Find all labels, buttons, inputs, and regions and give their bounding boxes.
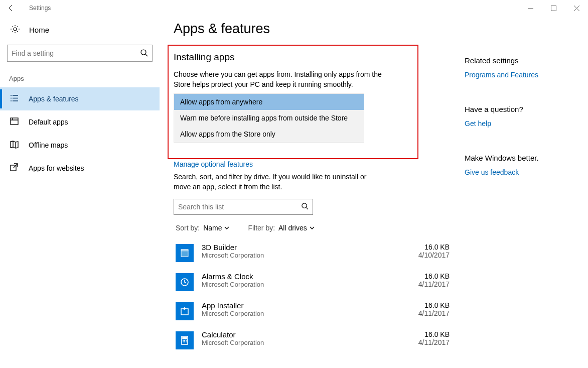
sidebar-item-label: Apps & features [29,95,79,103]
app-icon [176,273,194,291]
app-icon [176,331,194,349]
app-list-search-input[interactable] [178,203,301,211]
sidebar-section-apps: Apps [0,73,160,87]
window-title: Settings [29,5,51,12]
sidebar-item-offline-maps[interactable]: Offline maps [0,134,160,157]
app-date: 4/11/2017 [418,280,450,288]
app-icon [176,302,194,320]
app-date: 4/11/2017 [418,309,450,317]
page-title: Apps & features [174,21,455,37]
app-publisher: Microsoft Corporation [202,281,418,288]
app-size: 16.0 KB [418,243,450,251]
app-size: 16.0 KB [418,272,450,280]
aside-panel: Related settings Programs and Features H… [455,21,581,368]
chevron-down-icon [309,224,315,232]
sidebar-item-apps-features[interactable]: Apps & features [0,87,160,110]
main-content: Apps & features Installing apps Choose w… [174,21,455,368]
app-name: 3D Builder [202,243,418,252]
svg-rect-10 [183,337,187,339]
app-name: Calculator [202,330,418,339]
sidebar-item-default-apps[interactable]: Default apps [0,110,160,134]
dropdown-option-store-only[interactable]: Allow apps from the Store only [174,126,364,142]
sort-by-control[interactable]: Sort by: Name [176,224,230,232]
find-setting-input[interactable] [12,49,140,57]
back-button[interactable] [5,2,17,14]
app-list-item[interactable]: 3D BuilderMicrosoft Corporation16.0 KB4/… [174,240,455,269]
sidebar-item-label: Default apps [29,118,68,126]
dropdown-option-warn[interactable]: Warn me before installing apps from outs… [174,110,364,126]
svg-rect-3 [11,118,18,125]
app-list-item[interactable]: CalculatorMicrosoft Corporation16.0 KB4/… [174,327,455,356]
app-name: App Installer [202,301,418,310]
give-feedback-link[interactable]: Give us feedback [465,168,519,176]
chevron-down-icon [224,224,230,232]
sidebar-item-apps-for-websites[interactable]: Apps for websites [0,157,160,180]
minimize-button[interactable] [519,0,542,16]
app-date: 4/11/2017 [418,338,450,346]
close-button[interactable] [565,0,588,16]
section-title: Installing apps [174,52,412,63]
map-icon [10,140,19,150]
app-list: 3D BuilderMicrosoft Corporation16.0 KB4/… [174,240,455,356]
search-icon [140,49,148,58]
svg-rect-0 [551,6,556,11]
manage-optional-features-link[interactable]: Manage optional features [174,160,253,168]
section-description: Choose where you can get apps from. Inst… [174,70,399,89]
related-settings-heading: Related settings [465,56,581,65]
svg-point-2 [141,50,146,55]
sidebar-item-label: Apps for websites [29,164,84,172]
svg-point-5 [302,203,307,208]
feedback-heading: Make Windows better. [465,154,581,162]
window-controls [519,0,588,16]
maximize-button[interactable] [542,0,565,16]
svg-point-1 [14,28,17,31]
open-external-icon [10,163,19,173]
app-list-item[interactable]: Alarms & ClockMicrosoft Corporation16.0 … [174,269,455,298]
gear-icon [10,24,20,36]
app-name: Alarms & Clock [202,272,418,281]
installing-apps-highlight: Installing apps Choose where you can get… [168,45,418,159]
filter-by-control[interactable]: Filter by: All drives [248,224,315,232]
question-heading: Have a question? [465,105,581,113]
search-icon [301,202,309,211]
home-label: Home [29,26,49,34]
app-list-search[interactable] [174,199,313,215]
titlebar: Settings [0,0,588,16]
list-icon [10,94,19,104]
app-publisher: Microsoft Corporation [202,310,418,317]
app-list-item[interactable]: App InstallerMicrosoft Corporation16.0 K… [174,298,455,327]
home-button[interactable]: Home [0,19,160,41]
app-publisher: Microsoft Corporation [202,252,418,259]
default-apps-icon [10,117,19,127]
app-date: 4/10/2017 [418,251,450,259]
sidebar: Home Apps Apps & features [0,16,160,368]
app-list-hint: Search, sort, and filter by drive. If yo… [174,172,384,192]
app-publisher: Microsoft Corporation [202,339,418,346]
app-size: 16.0 KB [418,301,450,309]
get-help-link[interactable]: Get help [465,119,491,128]
app-size: 16.0 KB [418,330,450,338]
dropdown-option-anywhere[interactable]: Allow apps from anywhere [174,94,364,110]
sidebar-item-label: Offline maps [29,141,68,149]
install-source-dropdown[interactable]: Allow apps from anywhere Warn me before … [174,93,364,143]
find-setting-search[interactable] [7,45,153,62]
app-icon [176,244,194,262]
programs-features-link[interactable]: Programs and Features [465,71,538,79]
